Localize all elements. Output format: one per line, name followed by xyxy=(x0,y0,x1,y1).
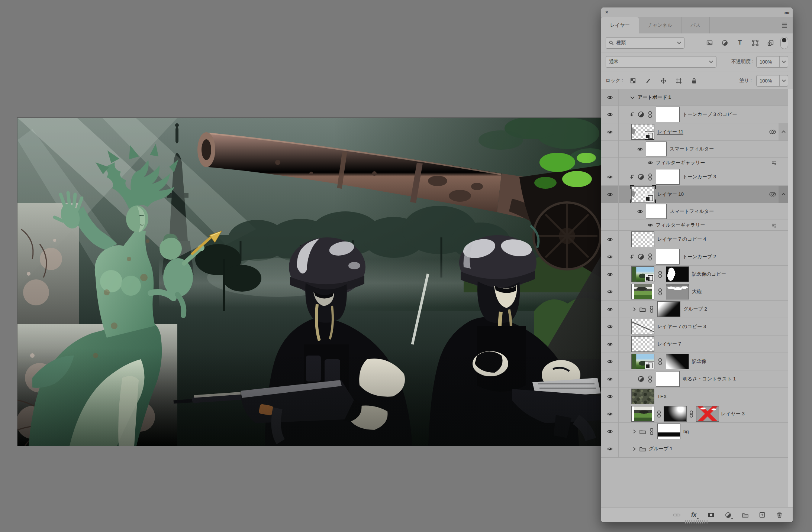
row-layer-7-copy-4[interactable]: レイヤー 7 のコピー 4 xyxy=(601,231,788,248)
tab-layers[interactable]: レイヤー xyxy=(601,17,639,33)
tab-channels[interactable]: チャンネル xyxy=(639,17,682,33)
layer-thumbnail[interactable] xyxy=(631,336,654,352)
new-group-button[interactable] xyxy=(740,510,750,520)
layer-name[interactable]: 大砲 xyxy=(692,288,702,295)
visibility-toggle[interactable] xyxy=(601,106,619,123)
visibility-toggle[interactable] xyxy=(601,301,619,318)
layer-name[interactable]: 記念像のコピー xyxy=(692,271,726,278)
row-layer-7-copy-3[interactable]: レイヤー 7 のコピー 3 xyxy=(601,318,788,335)
tab-paths[interactable]: パス xyxy=(682,17,710,33)
layer-thumbnail[interactable] xyxy=(631,124,654,140)
disabled-vector-mask-thumbnail[interactable] xyxy=(696,406,719,422)
chevron-right-icon[interactable] xyxy=(632,429,637,434)
eye-icon[interactable] xyxy=(637,147,643,152)
layer-name[interactable]: レイヤー 10 xyxy=(657,191,684,198)
smart-filter-label[interactable]: スマートフィルター xyxy=(670,146,714,152)
layer-name[interactable]: レイヤー 7 のコピー 4 xyxy=(657,236,706,243)
row-curves3-copy[interactable]: トーンカーブ 3 のコピー xyxy=(601,106,788,123)
mask-link-icon[interactable] xyxy=(656,411,662,418)
layer-name[interactable]: トーンカーブ 3 xyxy=(683,173,716,180)
row-tex[interactable]: TEX xyxy=(601,388,788,405)
layer-name[interactable]: レイヤー 7 のコピー 3 xyxy=(657,323,706,330)
mask-link-icon[interactable] xyxy=(647,111,653,118)
filter-smart-object-button[interactable] xyxy=(765,38,776,48)
mask-link-icon[interactable] xyxy=(649,428,654,435)
row-filter-gallery[interactable]: フィルターギャラリー xyxy=(601,158,788,168)
lock-transparent-pixels-button[interactable] xyxy=(628,75,638,86)
artboard-name[interactable]: アートボード 1 xyxy=(638,94,671,101)
row-kinenzou[interactable]: 記念像 xyxy=(601,353,788,370)
layer-mask-thumbnail[interactable] xyxy=(656,169,680,185)
lock-position-button[interactable] xyxy=(658,75,668,86)
layer-mask-thumbnail[interactable] xyxy=(656,107,680,122)
mask-link-icon[interactable] xyxy=(649,306,654,313)
row-layer-10[interactable]: レイヤー 10 xyxy=(601,186,788,203)
layer-name[interactable]: レイヤー 7 xyxy=(657,341,681,347)
visibility-toggle[interactable] xyxy=(601,168,619,185)
delete-layer-button[interactable] xyxy=(774,510,784,520)
mask-link-icon[interactable] xyxy=(647,253,653,260)
visibility-toggle[interactable] xyxy=(601,283,619,300)
row-kinenzou-copy[interactable]: 記念像のコピー xyxy=(601,266,788,283)
new-adjustment-layer-button[interactable] xyxy=(723,510,733,520)
add-layer-mask-button[interactable] xyxy=(706,510,716,520)
lock-artboard-nesting-button[interactable] xyxy=(673,75,684,86)
group-mask-thumbnail[interactable] xyxy=(657,301,680,317)
layer-name[interactable]: グループ 1 xyxy=(649,445,673,452)
layer-thumbnail[interactable] xyxy=(631,186,654,202)
visibility-toggle[interactable] xyxy=(601,89,619,106)
filter-adjustment-layers-button[interactable] xyxy=(719,38,730,48)
row-layer-3[interactable]: レイヤー 3 xyxy=(601,405,788,423)
layer-thumbnail[interactable] xyxy=(631,319,654,334)
chevron-right-icon[interactable] xyxy=(632,307,637,312)
visibility-toggle[interactable] xyxy=(601,123,619,140)
lock-all-button[interactable] xyxy=(689,75,699,86)
layer-mask-thumbnail[interactable] xyxy=(666,266,689,282)
filter-blending-options-icon[interactable] xyxy=(771,160,777,165)
filter-shape-layers-button[interactable] xyxy=(750,38,760,48)
row-brightness-contrast-1[interactable]: 明るさ・コントラスト 1 xyxy=(601,370,788,388)
row-group-1[interactable]: グループ 1 xyxy=(601,440,788,458)
layer-thumbnail[interactable] xyxy=(631,406,654,422)
mask-link-icon[interactable] xyxy=(657,358,663,365)
layer-mask-thumbnail[interactable] xyxy=(666,354,689,369)
layer-name[interactable]: トーンカーブ 3 のコピー xyxy=(683,111,737,118)
row-filter-gallery[interactable]: フィルターギャラリー xyxy=(601,220,788,231)
eye-icon[interactable] xyxy=(637,209,643,214)
link-layers-button[interactable] xyxy=(671,510,682,520)
opacity-input[interactable]: 100% xyxy=(756,56,788,68)
layer-mask-thumbnail[interactable] xyxy=(664,406,687,422)
filter-blending-options-icon[interactable] xyxy=(771,223,777,228)
new-layer-button[interactable] xyxy=(757,510,767,520)
filter-gallery-label[interactable]: フィルターギャラリー xyxy=(656,159,705,166)
document-canvas[interactable] xyxy=(17,118,601,446)
layer-name[interactable]: レイヤー 3 xyxy=(721,411,745,417)
visibility-toggle[interactable] xyxy=(601,318,619,335)
collapse-panel-icon[interactable]: «« xyxy=(784,10,789,15)
visibility-toggle[interactable] xyxy=(601,440,619,457)
visibility-toggle[interactable] xyxy=(601,370,619,387)
visibility-toggle[interactable] xyxy=(601,231,619,248)
layer-mask-thumbnail[interactable] xyxy=(666,284,689,299)
row-artboard-1[interactable]: アートボード 1 xyxy=(601,89,788,106)
smart-filter-mask-thumbnail[interactable] xyxy=(646,142,667,156)
fill-dropdown-button[interactable] xyxy=(779,75,788,86)
collapse-smart-filters-button[interactable] xyxy=(779,186,788,203)
chevron-down-icon[interactable] xyxy=(630,95,635,100)
eye-icon[interactable] xyxy=(648,223,653,227)
layer-thumbnail[interactable] xyxy=(631,354,654,369)
layer-name[interactable]: bg xyxy=(683,429,689,434)
layer-name[interactable]: レイヤー 11 xyxy=(657,129,683,135)
layer-thumbnail[interactable] xyxy=(631,284,654,299)
row-smart-filters[interactable]: スマートフィルター xyxy=(601,203,788,220)
visibility-toggle[interactable] xyxy=(601,353,619,370)
visibility-toggle[interactable] xyxy=(601,186,619,203)
chevron-right-icon[interactable] xyxy=(632,447,637,451)
layer-name[interactable]: グループ 2 xyxy=(683,306,707,312)
filter-pixel-layers-button[interactable] xyxy=(704,38,715,48)
visibility-toggle[interactable] xyxy=(601,423,619,440)
layer-mask-thumbnail[interactable] xyxy=(656,371,680,387)
filter-type-layers-button[interactable]: T xyxy=(735,38,745,48)
row-taihou[interactable]: 大砲 xyxy=(601,283,788,301)
mask-link-icon[interactable] xyxy=(647,376,653,383)
